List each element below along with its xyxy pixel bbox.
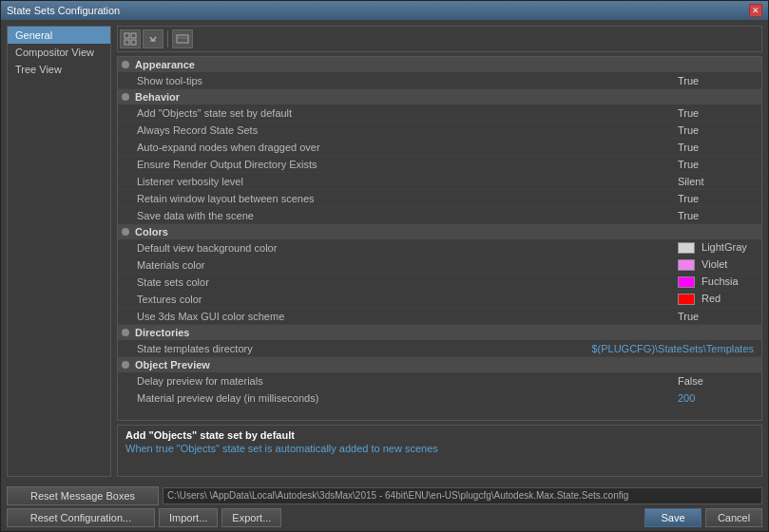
sidebar: General Compositor View Tree View [7,26,111,477]
color-swatch-fuchsia[interactable] [678,276,695,288]
section-dot-appearance [122,61,129,68]
prop-value: True [678,193,754,204]
info-description: When true "Objects" state set is automat… [125,443,754,454]
main-content: General Compositor View Tree View [1,20,768,483]
title-bar: State Sets Configuration ✕ [1,1,768,20]
main-window: State Sets Configuration ✕ General Compo… [0,0,769,532]
prop-add-objects[interactable]: Add "Objects" state set by default True [118,104,761,122]
prop-value: Silent [678,176,754,187]
color-swatch-violet[interactable] [678,259,695,271]
close-button[interactable]: ✕ [749,4,762,17]
import-button[interactable]: Import... [159,508,218,527]
prop-templates-dir[interactable]: State templates directory $(PLUGCFG)\Sta… [118,340,761,357]
section-header-object-preview[interactable]: Object Preview [118,357,761,372]
section-dot-directories [122,329,129,336]
section-label-directories: Directories [135,327,189,338]
window-title: State Sets Configuration [7,5,120,16]
prop-value: True [678,124,754,136]
color-swatch-red[interactable] [678,294,695,305]
prop-listener-verbosity[interactable]: Listener verbosity level Silent [118,173,761,190]
section-header-directories[interactable]: Directories [118,325,761,340]
prop-value: 200 [678,392,754,404]
section-dot-behavior [122,93,129,101]
sidebar-item-general[interactable]: General [8,27,110,44]
prop-value: True [678,311,754,322]
toolbar-btn-arrow[interactable] [143,29,163,48]
prop-value: True [678,159,754,170]
section-header-behavior[interactable]: Behavior [118,89,761,104]
prop-bg-color[interactable]: Default view background color LightGray [118,239,761,256]
prop-value: Fuchsia [678,276,754,288]
prop-name: Material preview delay (in milliseconds) [137,392,678,404]
svg-rect-0 [125,33,129,38]
prop-name: Use 3ds Max GUI color scheme [137,311,678,322]
prop-ensure-render[interactable]: Ensure Render Output Directory Exists Tr… [118,156,761,173]
prop-name: Listener verbosity level [137,176,678,187]
toolbar [117,26,762,52]
prop-value: $(PLUGCFG)\StateSets\Templates [591,343,754,354]
info-panel: Add "Objects" state set by default When … [117,425,762,477]
toolbar-btn-view[interactable] [172,29,193,48]
sidebar-item-compositor-view[interactable]: Compositor View [8,44,110,61]
prop-name: State templates directory [137,343,591,354]
prop-show-tooltips[interactable]: Show tool-tips True [118,72,761,89]
toolbar-btn-layout[interactable] [120,29,141,48]
footer: Reset Message Boxes C:\Users\ \AppData\L… [1,483,768,531]
info-title: Add "Objects" state set by default [125,429,754,441]
export-button[interactable]: Export... [221,508,281,527]
prop-retain-layout[interactable]: Retain window layout between scenes True [118,190,761,207]
properties-area: Appearance Show tool-tips True Behavior … [117,56,762,421]
section-label-appearance: Appearance [135,59,195,70]
section-label-object-preview: Object Preview [135,359,210,370]
prop-value: True [678,210,754,221]
footer-buttons: Reset Configuration... Import... Export.… [7,508,762,527]
prop-save-data[interactable]: Save data with the scene True [118,207,761,224]
prop-state-sets-color[interactable]: State sets color Fuchsia [118,274,761,291]
right-panel: Appearance Show tool-tips True Behavior … [117,26,762,477]
prop-value: True [678,75,754,86]
sidebar-item-tree-view[interactable]: Tree View [8,61,110,78]
prop-name: Auto-expand nodes when dragged over [137,142,678,153]
prop-use-gui-scheme[interactable]: Use 3ds Max GUI color scheme True [118,308,761,325]
prop-value: False [678,375,754,387]
svg-rect-1 [131,33,136,38]
prop-name: Ensure Render Output Directory Exists [137,159,678,170]
section-dot-object-preview [122,361,129,369]
prop-value: Violet [678,258,754,271]
prop-name: State sets color [137,276,678,288]
section-header-colors[interactable]: Colors [118,224,761,239]
svg-rect-2 [125,40,129,45]
section-dot-colors [122,228,129,236]
cancel-button[interactable]: Cancel [705,508,762,527]
prop-value: Red [678,293,754,305]
toolbar-separator [167,30,168,48]
prop-name: Materials color [137,259,678,271]
prop-value: LightGray [678,241,754,254]
prop-name: Delay preview for materials [137,375,678,387]
prop-materials-color[interactable]: Materials color Violet [118,256,761,274]
section-label-colors: Colors [135,226,168,238]
prop-name: Add "Objects" state set by default [137,107,678,119]
prop-name: Retain window layout between scenes [137,193,678,204]
prop-name: Always Record State Sets [137,124,678,136]
prop-name: Show tool-tips [137,75,678,86]
reset-message-boxes-button[interactable]: Reset Message Boxes [7,486,159,505]
prop-name: Default view background color [137,242,678,254]
save-button[interactable]: Save [644,508,702,527]
section-header-appearance[interactable]: Appearance [118,57,761,72]
prop-name: Save data with the scene [137,210,678,221]
prop-name: Textures color [137,294,678,305]
prop-auto-expand[interactable]: Auto-expand nodes when dragged over True [118,139,761,156]
config-path: C:\Users\ \AppData\Local\Autodesk\3dsMax… [163,487,762,504]
svg-rect-5 [177,35,188,43]
svg-rect-3 [131,40,136,45]
reset-configuration-button[interactable]: Reset Configuration... [7,508,155,527]
color-swatch-lightgray[interactable] [678,242,695,254]
prop-delay-preview[interactable]: Delay preview for materials False [118,372,761,390]
prop-preview-delay-ms[interactable]: Material preview delay (in milliseconds)… [118,390,761,407]
prop-textures-color[interactable]: Textures color Red [118,291,761,308]
prop-value: True [678,142,754,153]
section-label-behavior: Behavior [135,91,180,103]
prop-always-record[interactable]: Always Record State Sets True [118,122,761,139]
prop-value: True [678,107,754,119]
